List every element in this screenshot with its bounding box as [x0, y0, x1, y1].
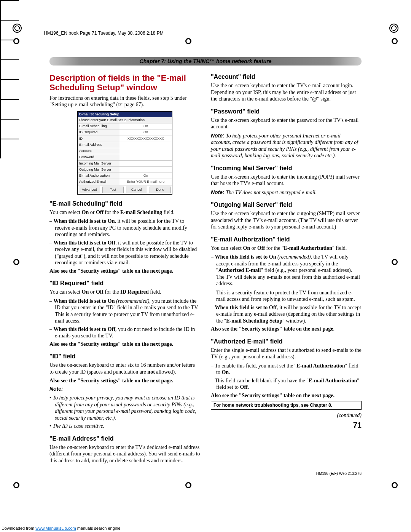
field-heading-id: "ID" field: [49, 353, 200, 360]
dlg-value: [119, 148, 172, 154]
body-text: Use the on-screen keyboard to enter the …: [49, 444, 200, 464]
also-see: Also see the "Security settings" table o…: [49, 341, 200, 348]
dlg-value: Enter YOUR E-mail here: [119, 179, 172, 185]
page-number: 71: [211, 420, 362, 430]
dlg-label: Password: [78, 154, 119, 160]
also-see: Also see the "Security settings" table o…: [211, 326, 362, 332]
list-item: When this field is set to On (recommende…: [49, 298, 200, 324]
list-item: When this field is set to On, it will be…: [49, 218, 200, 238]
body-text: Use the on-screen keyboard to enter the …: [211, 174, 362, 187]
dlg-label: E-mail Address: [78, 142, 119, 148]
dlg-value: [119, 161, 172, 166]
field-heading-authorized-email: "Authorized E-mail" field: [211, 338, 362, 345]
list-item: When this field is set to Off, it will b…: [211, 304, 362, 324]
list-item-para: This is a security feature to protect th…: [216, 289, 362, 303]
dlg-value: [119, 167, 172, 173]
dlg-label: ID: [78, 136, 119, 142]
note-text: Note: The TV does not support encrypted …: [211, 189, 362, 196]
body-text: You can select On or Off for the E-mail …: [49, 209, 200, 216]
field-heading-email-auth: "E-mail Authorization" field: [211, 236, 362, 243]
list-item: When this field is set to On (recommende…: [211, 254, 362, 303]
list-item: To enable this field, you must set the "…: [211, 363, 362, 376]
email-scheduling-setup-dialog: E-mail Scheduling Setup Please enter you…: [77, 111, 172, 195]
download-line: Downloaded from www.ManualsLib.com manua…: [2, 526, 120, 530]
section-title: Description of fields in the "E-mail Sch…: [49, 73, 200, 93]
advanced-button: Advanced: [79, 187, 100, 193]
note-item: To help protect your privacy, you may wa…: [49, 395, 200, 421]
field-heading-password: "Password" field: [211, 108, 362, 115]
body-text: You can select On or Off for the ID Requ…: [49, 289, 200, 296]
note-item: The ID is case sensitive.: [49, 423, 200, 430]
also-see: Also see the "Security settings" table o…: [211, 392, 362, 399]
field-heading-id-required: "ID Required" field: [49, 280, 200, 287]
dlg-label: E-mail Scheduling: [78, 123, 119, 129]
troubleshooting-box: For home network troubleshooting tips, s…: [211, 401, 362, 410]
dlg-label: Account: [78, 148, 119, 154]
body-text: Enter the single e-mail address that is …: [211, 347, 362, 360]
dlg-value: XXXXXXXXXXXXXXXX: [119, 136, 172, 142]
body-text: Use the on-screen keyboard to enter the …: [211, 82, 362, 102]
note-label: Note:: [49, 386, 63, 392]
dlg-label: Outgoing Mail Server: [78, 167, 119, 173]
also-see: Also see the "Security settings" table o…: [49, 377, 200, 384]
dialog-title: E-mail Scheduling Setup: [78, 112, 172, 117]
intro-paragraph: For instructions on entering data in the…: [49, 95, 200, 108]
field-heading-email-address: "E-mail Address" field: [49, 435, 200, 443]
dlg-value: On: [119, 129, 172, 135]
test-button: Test: [102, 187, 124, 193]
book-header-line: HM196_EN.book Page 71 Tuesday, May 30, 2…: [44, 30, 164, 36]
left-column: Description of fields in the "E-mail Sch…: [49, 73, 200, 466]
done-button: Done: [150, 187, 171, 193]
field-heading-outgoing: "Outgoing Mail Server" field: [211, 201, 362, 209]
right-column: "Account" field Use the on-screen keyboa…: [211, 73, 362, 466]
dlg-label: Authorized E-mail: [78, 179, 119, 185]
list-item: This field can be left blank if you have…: [211, 377, 362, 391]
chapter-bar: Chapter 7: Using the THINC™ home network…: [49, 57, 362, 66]
body-text: You can select On or Off for the "E-mail…: [211, 245, 362, 252]
continued-label: (continued): [211, 412, 362, 419]
body-text: Use the on-screen keyboard to enter the …: [211, 210, 362, 230]
manualslib-link[interactable]: www.ManualsLib.com: [35, 526, 76, 530]
dlg-label: E-mail Authorization: [78, 173, 119, 179]
dlg-label: ID Required: [78, 129, 119, 135]
field-heading-account: "Account" field: [211, 73, 362, 81]
field-heading-email-scheduling: "E-mail Scheduling" field: [49, 200, 200, 208]
footer-code: HM196 (E/F) Web 213:276: [316, 471, 362, 476]
body-text: Use the on-screen keyboard to enter six …: [49, 362, 200, 375]
dlg-value: [119, 154, 172, 160]
dlg-label: Incoming Mail Server: [78, 161, 119, 166]
dlg-value: [119, 142, 172, 148]
dlg-value: On: [119, 173, 172, 179]
field-heading-incoming: "Incoming Mail Server" field: [211, 165, 362, 172]
dlg-value: On: [119, 123, 172, 129]
body-text: Use the on-screen keyboard to enter the …: [211, 117, 362, 130]
dialog-instruction: Please enter your E-mail Setup Informati…: [78, 117, 172, 123]
list-item: When this field is set to Off, it will n…: [49, 240, 200, 266]
note-text: Note: To help protect your other persona…: [211, 133, 362, 159]
cancel-button: Cancel: [126, 187, 147, 193]
list-item: When this field is set to Off, you do no…: [49, 326, 200, 339]
also-see: Also see the "Security settings" table o…: [49, 268, 200, 275]
